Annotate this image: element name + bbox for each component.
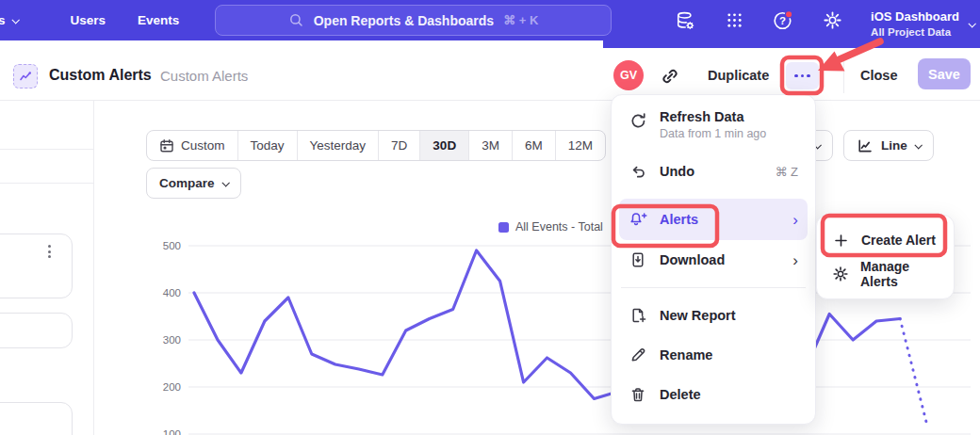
- help-button[interactable]: ?: [772, 9, 794, 32]
- chevron-right-icon: ›: [792, 252, 798, 268]
- new-report-icon: [629, 307, 647, 324]
- nav-item-cropped[interactable]: s: [0, 13, 18, 27]
- menu-item-new-report[interactable]: New Report: [619, 296, 808, 335]
- gear-icon: [832, 266, 849, 282]
- range-custom[interactable]: Custom: [147, 131, 237, 160]
- range-7d[interactable]: 7D: [378, 131, 419, 160]
- menu-item-label: Alerts: [660, 212, 698, 227]
- report-type-icon: [13, 64, 38, 89]
- nav-icon-group: ?: [674, 0, 843, 40]
- header-divider: [843, 57, 844, 93]
- breadcrumb: Custom Alerts: [160, 68, 248, 84]
- menu-item-rename[interactable]: Rename: [619, 335, 808, 375]
- svg-text:400: 400: [163, 287, 181, 298]
- chevron-down-icon: [221, 179, 229, 186]
- menu-item-alerts[interactable]: Alerts ›: [619, 199, 808, 240]
- range-yesterday[interactable]: Yesterday: [297, 131, 379, 160]
- trash-icon: [629, 386, 647, 403]
- share-link-button[interactable]: [659, 65, 681, 88]
- pencil-icon: [629, 346, 647, 363]
- calendar-icon: [159, 138, 174, 153]
- nav-item-users[interactable]: Users: [71, 13, 106, 27]
- svg-text:?: ?: [779, 14, 786, 25]
- sidebar-card[interactable]: [0, 402, 73, 435]
- sidebar-card[interactable]: [0, 234, 73, 298]
- menu-item-label: Rename: [660, 347, 712, 362]
- more-button[interactable]: [786, 62, 819, 89]
- settings-button[interactable]: [821, 9, 843, 32]
- svg-text:200: 200: [163, 381, 181, 393]
- search-input[interactable]: Open Reports & Dashboards ⌘ + K: [215, 5, 612, 36]
- app-window: 500400300200100 All Events - Total Custo…: [0, 0, 980, 435]
- sidebar-row-divider: [0, 149, 93, 150]
- search-icon: [288, 12, 304, 28]
- range-3m[interactable]: 3M: [468, 131, 512, 160]
- menu-divider: [621, 287, 806, 288]
- duplicate-button[interactable]: Duplicate: [708, 68, 769, 83]
- svg-text:100: 100: [163, 428, 181, 435]
- data-integrations-icon: [675, 10, 695, 31]
- submenu-item-manage-alerts[interactable]: Manage Alerts: [825, 257, 946, 291]
- legend-label: All Events - Total: [515, 220, 603, 234]
- sidebar-row-divider: [0, 183, 93, 184]
- menu-item-undo[interactable]: Undo ⌘ Z: [619, 152, 808, 191]
- avatar[interactable]: GV: [613, 60, 644, 90]
- submenu-item-label: Create Alert: [861, 233, 936, 248]
- search-placeholder: Open Reports & Dashboards: [314, 13, 494, 28]
- undo-icon: [629, 163, 647, 181]
- search-shortcut: ⌘ + K: [503, 13, 538, 27]
- legend-swatch: [498, 222, 509, 233]
- range-6m[interactable]: 6M: [512, 131, 555, 160]
- menu-item-label: New Report: [660, 308, 736, 323]
- date-range-control: Custom Today Yesterday 7D 30D 3M 6M 12M: [146, 130, 606, 161]
- submenu-item-label: Manage Alerts: [860, 259, 939, 289]
- menu-item-label: Download: [660, 252, 725, 267]
- alerts-submenu: Create Alert Manage Alerts: [816, 215, 955, 299]
- menu-item-delete[interactable]: Delete: [619, 375, 808, 414]
- refresh-icon: [629, 109, 647, 130]
- submenu-item-create-alert[interactable]: Create Alert: [825, 223, 946, 257]
- menu-item-label: Delete: [660, 387, 701, 402]
- range-30d-selected[interactable]: 30D: [419, 131, 468, 160]
- download-icon: [629, 251, 647, 268]
- bell-plus-icon: [629, 211, 647, 228]
- ellipsis-icon: [794, 74, 798, 78]
- svg-text:300: 300: [163, 334, 181, 346]
- menu-item-label: Refresh Data: [660, 109, 766, 124]
- sidebar-card[interactable]: [0, 313, 73, 348]
- chart-type-button[interactable]: Line: [843, 130, 934, 161]
- close-button[interactable]: Close: [860, 68, 898, 83]
- compare-button[interactable]: Compare: [146, 168, 241, 199]
- range-12m[interactable]: 12M: [555, 131, 605, 160]
- plus-icon: [832, 233, 850, 249]
- chevron-down-icon: [914, 141, 922, 149]
- apps-grid-icon: [726, 11, 743, 29]
- line-chart-icon: [857, 137, 874, 154]
- sidebar-divider: [93, 101, 94, 435]
- primary-nav: s Users Events: [0, 0, 211, 40]
- page-title: Custom Alerts: [49, 67, 152, 84]
- project-subtitle: All Project Data: [871, 25, 959, 40]
- chevron-down-icon: [11, 16, 19, 24]
- project-title: iOS Dashboard: [871, 8, 959, 25]
- menu-item-refresh-data[interactable]: Refresh Data Data from 1 min ago: [619, 105, 808, 152]
- save-button[interactable]: Save: [918, 58, 971, 89]
- range-today[interactable]: Today: [237, 131, 297, 160]
- apps-grid-button[interactable]: [723, 9, 745, 32]
- link-icon: [661, 67, 679, 86]
- line-chart-icon: [18, 69, 33, 84]
- help-icon: ?: [772, 9, 794, 32]
- report-header: Custom Alerts Custom Alerts GV Duplicate…: [0, 40, 980, 101]
- context-menu: Refresh Data Data from 1 min ago Undo ⌘ …: [611, 94, 816, 425]
- data-integrations-button[interactable]: [674, 9, 696, 32]
- menu-item-download[interactable]: Download ›: [619, 240, 808, 280]
- project-selector[interactable]: iOS Dashboard All Project Data: [871, 4, 974, 44]
- chart-legend: All Events - Total: [498, 220, 603, 234]
- menu-item-sublabel: Data from 1 min ago: [660, 127, 766, 140]
- svg-text:500: 500: [163, 240, 181, 251]
- nav-item-events[interactable]: Events: [138, 13, 179, 27]
- chevron-right-icon: ›: [792, 212, 798, 228]
- kebab-menu-icon[interactable]: [48, 245, 51, 258]
- settings-gear-icon: [823, 10, 842, 30]
- menu-shortcut: ⌘ Z: [775, 165, 798, 179]
